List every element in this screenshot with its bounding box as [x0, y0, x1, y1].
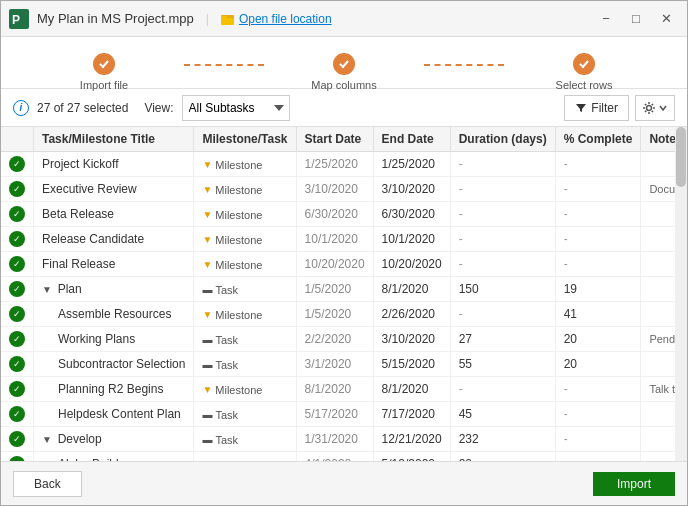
table-row[interactable]: ✓Final Release▼ Milestone10/20/202010/20… [1, 252, 675, 277]
filter-button[interactable]: Filter [564, 95, 629, 121]
dash: - [459, 382, 463, 396]
row-duration-cell: 150 [450, 277, 555, 302]
row-title-cell: Project Kickoff [34, 152, 194, 177]
title-bar: P My Plan in MS Project.mpp | Open file … [1, 1, 687, 37]
selected-count: 27 of 27 selected [37, 101, 128, 115]
row-title: Executive Review [42, 182, 137, 196]
step-label-3: Select rows [556, 79, 613, 91]
task-icon: ▬ [202, 334, 212, 345]
row-notes-cell [641, 352, 675, 377]
row-complete-cell: - [555, 252, 641, 277]
table-row[interactable]: ✓Helpdesk Content Plan▬ Task5/17/20207/1… [1, 402, 675, 427]
milestone-icon: ▼ [202, 309, 212, 320]
row-check-cell[interactable]: ✓ [1, 227, 34, 252]
step-dot-3 [573, 53, 595, 75]
table-row[interactable]: ✓Alpha Build▬ Task4/1/20205/12/202030- [1, 452, 675, 462]
task-icon: ▬ [202, 359, 212, 370]
check-icon: ✓ [9, 156, 25, 172]
table-row[interactable]: ✓Subcontractor Selection▬ Task3/1/20205/… [1, 352, 675, 377]
main-window: P My Plan in MS Project.mpp | Open file … [0, 0, 688, 506]
open-file-label: Open file location [239, 12, 332, 26]
table-row[interactable]: ✓▼ Develop▬ Task1/31/202012/21/2020232- [1, 427, 675, 452]
gear-icon [642, 101, 656, 115]
row-end-cell: 3/10/2020 [373, 327, 450, 352]
row-notes-cell: Documentati... [641, 177, 675, 202]
row-end-cell: 3/10/2020 [373, 177, 450, 202]
row-title-cell: ▼ Plan [34, 277, 194, 302]
table-area: Task/Milestone Title Milestone/Task Star… [1, 127, 687, 461]
row-check-cell[interactable]: ✓ [1, 452, 34, 462]
import-button[interactable]: Import [593, 472, 675, 496]
notes-text: Talk to Dan a... [649, 383, 675, 395]
row-notes-cell [641, 252, 675, 277]
restore-button[interactable]: □ [623, 8, 649, 30]
row-check-cell[interactable]: ✓ [1, 177, 34, 202]
row-check-cell[interactable]: ✓ [1, 377, 34, 402]
row-end-cell: 6/30/2020 [373, 202, 450, 227]
row-check-cell[interactable]: ✓ [1, 327, 34, 352]
dash: - [459, 232, 463, 246]
info-icon: i [13, 100, 29, 116]
table-row[interactable]: ✓Beta Release▼ Milestone6/30/20206/30/20… [1, 202, 675, 227]
minimize-button[interactable]: − [593, 8, 619, 30]
row-duration-cell: - [450, 152, 555, 177]
header-title: Task/Milestone Title [34, 127, 194, 152]
step-map-columns: Map columns [264, 53, 424, 91]
row-check-cell[interactable]: ✓ [1, 202, 34, 227]
dash: - [564, 207, 568, 221]
type-badge: ▼ Milestone [202, 209, 262, 221]
row-title-cell: Release Candidate [34, 227, 194, 252]
scrollbar[interactable] [675, 127, 687, 461]
table-row[interactable]: ✓Executive Review▼ Milestone3/10/20203/1… [1, 177, 675, 202]
row-title: Plan [58, 282, 82, 296]
header-start: Start Date [296, 127, 373, 152]
row-title: Helpdesk Content Plan [58, 407, 181, 421]
row-title-cell: Subcontractor Selection [34, 352, 194, 377]
table-row[interactable]: ✓Planning R2 Begins▼ Milestone8/1/20208/… [1, 377, 675, 402]
row-complete-cell: - [555, 402, 641, 427]
table-row[interactable]: ✓▼ Plan▬ Task1/5/20208/1/202015019 [1, 277, 675, 302]
row-duration-cell: 55 [450, 352, 555, 377]
row-end-cell: 2/26/2020 [373, 302, 450, 327]
row-type-cell: ▬ Task [194, 327, 296, 352]
row-start-cell: 1/5/2020 [296, 302, 373, 327]
row-title: Subcontractor Selection [58, 357, 185, 371]
row-check-cell[interactable]: ✓ [1, 427, 34, 452]
row-check-cell[interactable]: ✓ [1, 352, 34, 377]
row-title: Final Release [42, 257, 115, 271]
row-check-cell[interactable]: ✓ [1, 402, 34, 427]
row-end-cell: 8/1/2020 [373, 377, 450, 402]
step-label-1: Import file [80, 79, 128, 91]
table-scroll[interactable]: Task/Milestone Title Milestone/Task Star… [1, 127, 675, 461]
folder-icon [221, 12, 235, 26]
header-type: Milestone/Task [194, 127, 296, 152]
back-button[interactable]: Back [13, 471, 82, 497]
filter-label: Filter [591, 101, 618, 115]
row-complete-cell: 41 [555, 302, 641, 327]
row-title-cell: Assemble Resources [34, 302, 194, 327]
row-check-cell[interactable]: ✓ [1, 252, 34, 277]
close-button[interactable]: ✕ [653, 8, 679, 30]
table-row[interactable]: ✓Assemble Resources▼ Milestone1/5/20202/… [1, 302, 675, 327]
row-duration-cell: - [450, 252, 555, 277]
row-complete-cell: - [555, 227, 641, 252]
table-row[interactable]: ✓Project Kickoff▼ Milestone1/25/20201/25… [1, 152, 675, 177]
expand-icon[interactable]: ▼ [42, 284, 55, 295]
row-type-cell: ▼ Milestone [194, 302, 296, 327]
expand-icon[interactable]: ▼ [42, 434, 55, 445]
row-check-cell[interactable]: ✓ [1, 302, 34, 327]
table-row[interactable]: ✓Release Candidate▼ Milestone10/1/202010… [1, 227, 675, 252]
table-row[interactable]: ✓Working Plans▬ Task2/2/20203/10/2020272… [1, 327, 675, 352]
dash: - [564, 232, 568, 246]
row-end-cell: 7/17/2020 [373, 402, 450, 427]
view-select[interactable]: All Subtasks Summary Only All Rows [182, 95, 290, 121]
row-check-cell[interactable]: ✓ [1, 152, 34, 177]
row-check-cell[interactable]: ✓ [1, 277, 34, 302]
row-duration-cell: - [450, 227, 555, 252]
settings-button[interactable] [635, 95, 675, 121]
chevron-down-icon [658, 103, 668, 113]
open-file-link[interactable]: Open file location [221, 12, 332, 26]
row-notes-cell [641, 202, 675, 227]
check-icon: ✓ [9, 256, 25, 272]
footer: Back Import [1, 461, 687, 505]
